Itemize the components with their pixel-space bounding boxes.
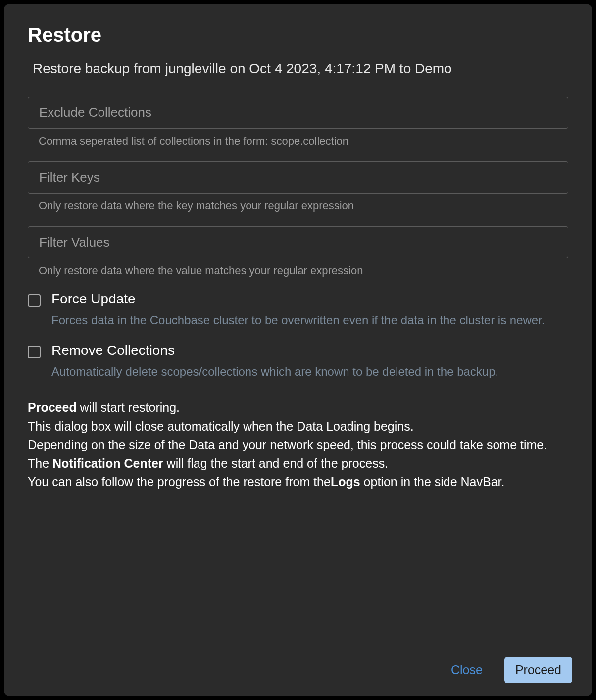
remove-collections-description: Automatically delete scopes/collections … — [51, 363, 568, 380]
restore-dialog: Restore Restore backup from jungleville … — [4, 4, 592, 696]
filter-keys-group: Only restore data where the key matches … — [28, 161, 568, 212]
dialog-subtitle: Restore backup from jungleville on Oct 4… — [28, 61, 568, 77]
force-update-group: Force Update Forces data in the Couchbas… — [28, 291, 568, 329]
info-line-5-bold: Logs — [331, 475, 360, 489]
info-line-5-post: option in the side NavBar. — [360, 475, 505, 489]
force-update-checkbox[interactable] — [28, 294, 41, 307]
info-line-5: You can also follow the progress of the … — [28, 473, 568, 492]
close-button[interactable]: Close — [444, 658, 490, 682]
info-line-2: This dialog box will close automatically… — [28, 417, 568, 436]
filter-keys-helper: Only restore data where the key matches … — [28, 200, 568, 212]
info-proceed-rest: will start restoring. — [77, 400, 180, 414]
info-block: Proceed will start restoring. This dialo… — [28, 399, 568, 492]
dialog-footer: Close Proceed — [444, 657, 572, 683]
proceed-button[interactable]: Proceed — [504, 657, 572, 683]
filter-keys-input[interactable] — [28, 161, 568, 194]
remove-collections-content: Remove Collections Automatically delete … — [51, 343, 568, 380]
filter-values-helper: Only restore data where the value matche… — [28, 264, 568, 277]
info-line-4: The Notification Center will flag the st… — [28, 454, 568, 473]
dialog-title: Restore — [28, 24, 568, 46]
filter-values-input[interactable] — [28, 226, 568, 258]
exclude-collections-helper: Comma seperated list of collections in t… — [28, 135, 568, 148]
force-update-content: Force Update Forces data in the Couchbas… — [51, 291, 568, 329]
info-line-1: Proceed will start restoring. — [28, 399, 568, 417]
force-update-description: Forces data in the Couchbase cluster to … — [51, 312, 568, 329]
remove-collections-label: Remove Collections — [51, 343, 568, 358]
remove-collections-group: Remove Collections Automatically delete … — [28, 343, 568, 380]
filter-values-group: Only restore data where the value matche… — [28, 226, 568, 277]
exclude-collections-group: Comma seperated list of collections in t… — [28, 97, 568, 148]
remove-collections-checkbox[interactable] — [28, 346, 41, 358]
info-line-3: Depending on the size of the Data and yo… — [28, 436, 568, 454]
exclude-collections-input[interactable] — [28, 97, 568, 129]
info-line-4-bold: Notification Center — [52, 456, 163, 470]
info-line-4-pre: The — [28, 456, 52, 470]
force-update-label: Force Update — [51, 291, 568, 307]
info-proceed-bold: Proceed — [28, 400, 77, 414]
info-line-5-pre: You can also follow the progress of the … — [28, 475, 331, 489]
info-line-4-post: will flag the start and end of the proce… — [163, 456, 388, 470]
